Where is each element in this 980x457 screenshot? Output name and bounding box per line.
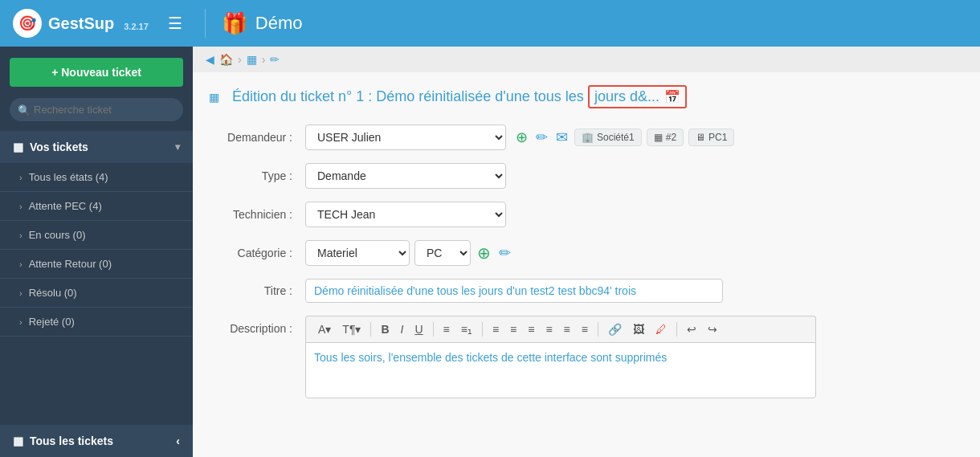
vos-tickets-label: Vos tickets: [30, 141, 175, 153]
demandeur-select[interactable]: USER Julien: [305, 124, 506, 150]
arrow-icon: ›: [19, 317, 22, 327]
email-demandeur-button[interactable]: ✉: [554, 127, 570, 148]
bold-button[interactable]: B: [377, 321, 393, 337]
demandeur-actions: ⊕ ✏ ✉ 🏢 Société1 ▦ #2 🖥 P: [514, 127, 734, 148]
breadcrumb: ◀ 🏠 › ▦ › ✏: [193, 47, 980, 72]
list-unordered-button[interactable]: ≡: [439, 321, 454, 337]
type-select[interactable]: Demande: [305, 163, 506, 189]
ticket-icon: ▦: [209, 91, 219, 104]
italic-button[interactable]: I: [397, 321, 408, 337]
demo-title: 🎁 Démo: [222, 11, 303, 36]
sidebar-item-attente-retour[interactable]: › Attente Retour (0): [0, 250, 193, 279]
type-label: Type :: [209, 169, 305, 182]
titre-label: Titre :: [209, 284, 305, 297]
page-title: Édition du ticket n° 1 : Démo réinitiali…: [232, 85, 687, 108]
new-ticket-button[interactable]: + Nouveau ticket: [10, 58, 183, 87]
number-label: #2: [666, 132, 676, 143]
technicien-label: Technicien :: [209, 208, 305, 221]
paragraph-button[interactable]: T¶▾: [338, 321, 365, 337]
list-icon[interactable]: ▦: [247, 53, 257, 66]
sidebar-item-attente-pec[interactable]: › Attente PEC (4): [0, 192, 193, 221]
image-button[interactable]: 🖼: [629, 321, 648, 337]
editor-toolbar: A▾ T¶▾ B I U ≡ ≡₁ ≡ ≡ ≡: [305, 316, 816, 342]
societe-badge: 🏢 Société1: [574, 129, 642, 146]
list-ordered-button[interactable]: ≡₁: [457, 321, 476, 337]
demo-label: Démo: [255, 13, 303, 34]
font-button[interactable]: A▾: [314, 321, 335, 337]
toolbar-sep-5: [676, 322, 677, 337]
pc-label: PC1: [708, 132, 727, 143]
description-text: Tous les soirs, l'ensemble des tickets d…: [314, 351, 667, 364]
arrow-icon: ›: [19, 259, 22, 269]
align-justify-button[interactable]: ≡: [541, 321, 556, 337]
sidebar-item-label: Résolu (0): [29, 287, 77, 299]
sidebar-item-tous-etats[interactable]: › Tous les états (4): [0, 163, 193, 192]
page-title-text: Édition du ticket n° 1 : Démo réinitiali…: [232, 88, 584, 104]
categorie-select[interactable]: Materiel: [305, 240, 410, 266]
version: 3.2.17: [124, 22, 149, 31]
logo: 🎯 GestSup 3.2.17: [13, 9, 149, 38]
align-center-button[interactable]: ≡: [506, 321, 521, 337]
arrow-icon: ›: [19, 288, 22, 298]
demo-icon: 🎁: [222, 11, 247, 36]
editor-wrap: A▾ T¶▾ B I U ≡ ≡₁ ≡ ≡ ≡: [305, 316, 816, 398]
add-demandeur-button[interactable]: ⊕: [514, 127, 529, 148]
search-box: 🔍: [10, 98, 183, 121]
underline-button[interactable]: U: [410, 321, 427, 337]
titre-input[interactable]: [305, 279, 723, 303]
tous-tickets-icon: ▦: [13, 435, 23, 447]
vos-tickets-section[interactable]: ▦ Vos tickets ▾: [0, 131, 193, 163]
tous-tickets-section[interactable]: ▦ Tous les tickets ‹: [0, 424, 193, 457]
redo-button[interactable]: ↪: [704, 321, 721, 337]
number-badge: ▦ #2: [647, 129, 684, 146]
sidebar-item-en-cours[interactable]: › En cours (0): [0, 221, 193, 250]
arrow-icon: ›: [19, 202, 22, 211]
color-button[interactable]: 🖊: [651, 321, 671, 337]
titre-group: Titre :: [209, 279, 964, 303]
sidebar-item-label: Rejeté (0): [29, 316, 75, 328]
toolbar-sep-1: [370, 322, 371, 337]
pc-icon: 🖥: [696, 132, 705, 143]
align-right-button[interactable]: ≡: [524, 321, 538, 337]
vos-tickets-icon: ▦: [13, 141, 23, 153]
vos-tickets-arrow: ▾: [175, 141, 180, 153]
back-icon[interactable]: ◀: [206, 53, 214, 66]
edit-demandeur-button[interactable]: ✏: [534, 127, 549, 148]
pc-badge: 🖥 PC1: [688, 129, 734, 146]
sidebar-item-label: Attente Retour (0): [29, 258, 112, 270]
description-editor[interactable]: Tous les soirs, l'ensemble des tickets d…: [305, 342, 816, 398]
technicien-group: Technicien : TECH Jean: [209, 202, 964, 227]
sidebar-item-resolu[interactable]: › Résolu (0): [0, 279, 193, 308]
add-categorie-button[interactable]: ⊕: [476, 242, 492, 264]
sidebar-item-label: En cours (0): [29, 229, 86, 241]
type-group: Type : Demande: [209, 163, 964, 189]
number-icon: ▦: [654, 132, 663, 143]
home-icon[interactable]: 🏠: [219, 53, 233, 66]
header: 🎯 GestSup 3.2.17 ☰ 🎁 Démo: [0, 0, 980, 47]
arrow-icon: ›: [19, 173, 22, 182]
link-button[interactable]: 🔗: [604, 321, 626, 337]
menu-button[interactable]: ☰: [161, 10, 189, 36]
arrow-icon: ›: [19, 231, 22, 240]
sidebar-item-label: Tous les états (4): [29, 171, 108, 183]
outdent-button[interactable]: ≡: [578, 321, 592, 337]
page-content: ▦ Édition du ticket n° 1 : Démo réinitia…: [193, 72, 980, 457]
edit-icon[interactable]: ✏: [270, 53, 280, 66]
tous-tickets-label: Tous les tickets: [30, 435, 176, 447]
sous-categorie-select[interactable]: PC: [414, 240, 471, 266]
categorie-group: Catégorie : Materiel PC ⊕ ✏: [209, 240, 964, 266]
sidebar-item-rejete[interactable]: › Rejeté (0): [0, 308, 193, 337]
search-input[interactable]: [10, 98, 183, 121]
indent-button[interactable]: ≡: [560, 321, 574, 337]
undo-button[interactable]: ↩: [683, 321, 700, 337]
logo-icon: 🎯: [13, 9, 42, 38]
app-name: GestSup: [48, 14, 114, 33]
edit-categorie-button[interactable]: ✏: [497, 243, 512, 263]
align-left-button[interactable]: ≡: [488, 321, 503, 337]
calendar-icon[interactable]: 📅: [664, 89, 680, 104]
technicien-select[interactable]: TECH Jean: [305, 202, 506, 227]
demandeur-group: Demandeur : USER Julien ⊕ ✏ ✉ 🏢 Société1…: [209, 124, 964, 150]
sidebar: + Nouveau ticket 🔍 ▦ Vos tickets ▾ › Tou…: [0, 47, 193, 457]
toolbar-sep-2: [433, 322, 434, 337]
breadcrumb-sep2: ›: [262, 53, 266, 66]
